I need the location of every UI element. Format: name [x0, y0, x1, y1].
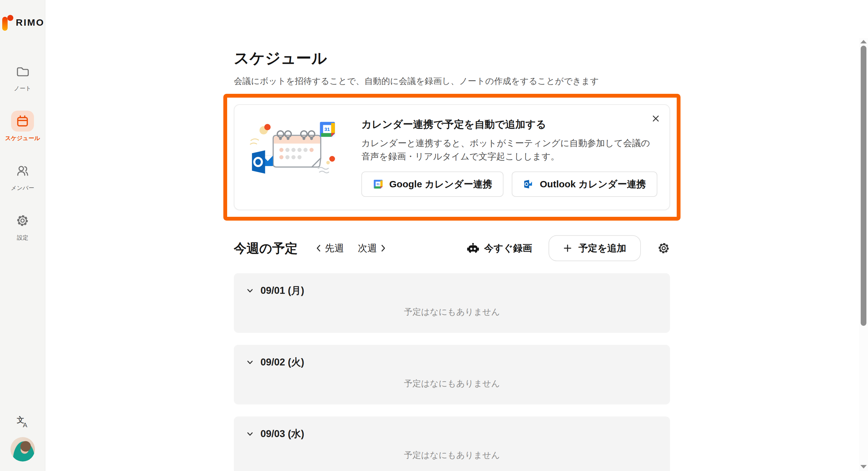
- sidebar-item-notes[interactable]: ノート: [0, 61, 45, 92]
- sidebar-item-members[interactable]: メンバー: [0, 160, 45, 192]
- sidebar: RIMO ノート スケジュール: [0, 0, 45, 471]
- sidebar-item-schedule[interactable]: スケジュール: [0, 111, 45, 142]
- rimo-logo-icon: [1, 13, 13, 32]
- sidebar-item-label: ノート: [14, 85, 31, 92]
- chevron-down-icon: [246, 287, 254, 295]
- page-title: スケジュール: [234, 48, 670, 68]
- google-calendar-icon: [373, 179, 383, 190]
- banner-texts: カレンダー連携で予定を自動で追加する カレンダーと連携すると、ボットがミーティン…: [361, 116, 658, 197]
- vertical-scrollbar[interactable]: [859, 38, 868, 471]
- sidebar-bottom: 文 A: [10, 415, 35, 462]
- members-icon: [11, 160, 34, 181]
- record-now-button[interactable]: 今すぐ録画: [467, 242, 532, 255]
- calendar-icon: [11, 111, 34, 132]
- chevron-left-icon: [315, 244, 322, 253]
- day-date: 09/01 (月): [260, 284, 304, 297]
- day-header[interactable]: 09/03 (水): [246, 427, 658, 441]
- outlook-calendar-connect-button[interactable]: Outlook カレンダー連携: [512, 171, 657, 197]
- sidebar-item-label: スケジュール: [5, 134, 40, 142]
- day-section-0902: 09/02 (火) 予定はなにもありません: [234, 345, 670, 404]
- day-section-0903: 09/03 (水) 予定はなにもありません: [234, 416, 670, 471]
- banner-close-button[interactable]: [650, 113, 661, 124]
- day-header[interactable]: 09/01 (月): [246, 284, 658, 297]
- week-header-row: 今週の予定 先週 次週: [234, 235, 670, 261]
- plus-icon: [563, 244, 572, 253]
- empty-message: 予定はなにもありません: [246, 378, 658, 389]
- banner-buttons: Google カレンダー連携 Outlook カレンダー連携: [361, 171, 658, 197]
- schedule-page: スケジュール 会議にボットを招待することで、自動的に会議を録画し、ノートの作成を…: [234, 0, 670, 471]
- day-header[interactable]: 09/02 (火): [246, 356, 658, 369]
- calendar-illustration: [244, 116, 352, 184]
- onboarding-highlight-frame: カレンダー連携で予定を自動で追加する カレンダーと連携すると、ボットがミーティン…: [223, 94, 681, 221]
- google-calendar-icon: [320, 122, 335, 137]
- sidebar-item-settings[interactable]: 設定: [0, 210, 45, 241]
- main-panel: スケジュール 会議にボットを招待することで、自動的に会議を録画し、ノートの作成を…: [45, 0, 868, 471]
- banner-description: カレンダーと連携すると、ボットがミーティングに自動参加して会議の音声を録画・リア…: [361, 137, 658, 163]
- user-avatar[interactable]: [10, 437, 35, 462]
- page-subtitle: 会議にボットを招待することで、自動的に会議を録画し、ノートの作成をすることができ…: [234, 75, 670, 87]
- add-event-label: 予定を追加: [578, 242, 626, 255]
- previous-week-button[interactable]: 先週: [315, 242, 344, 255]
- week-heading: 今週の予定: [234, 240, 298, 257]
- google-calendar-connect-button[interactable]: Google カレンダー連携: [361, 171, 503, 197]
- empty-message: 予定はなにもありません: [246, 449, 658, 461]
- week-nav: 先週 次週: [315, 242, 386, 255]
- calendar-connect-banner: カレンダー連携で予定を自動で追加する カレンダーと連携すると、ボットがミーティン…: [234, 104, 670, 210]
- rimo-logo[interactable]: RIMO: [1, 13, 44, 32]
- scrollbar-thumb[interactable]: [861, 46, 866, 326]
- week-actions: 今すぐ録画 予定を追加: [467, 235, 670, 261]
- sidebar-item-label: 設定: [17, 234, 28, 241]
- add-event-button[interactable]: 予定を追加: [549, 235, 641, 261]
- sidebar-item-label: メンバー: [11, 184, 34, 192]
- folder-icon: [11, 61, 34, 82]
- robot-icon: [467, 242, 479, 254]
- google-calendar-connect-label: Google カレンダー連携: [389, 178, 492, 191]
- previous-week-label: 先週: [325, 242, 344, 255]
- empty-message: 予定はなにもありません: [246, 306, 658, 317]
- banner-title: カレンダー連携で予定を自動で追加する: [361, 117, 658, 132]
- scroll-down-arrow[interactable]: [860, 465, 867, 468]
- language-icon[interactable]: 文 A: [16, 415, 29, 429]
- outlook-icon: [252, 150, 273, 174]
- outlook-icon: [523, 179, 534, 190]
- gear-icon: [11, 210, 34, 231]
- svg-text:A: A: [23, 421, 27, 429]
- sidebar-nav: ノート スケジュール: [0, 61, 45, 241]
- gear-icon: [657, 242, 670, 255]
- chevron-right-icon: [380, 244, 386, 253]
- day-date: 09/02 (火): [260, 356, 304, 369]
- chevron-down-icon: [246, 358, 254, 366]
- record-now-label: 今すぐ録画: [484, 242, 532, 255]
- chevron-down-icon: [246, 430, 254, 438]
- schedule-settings-button[interactable]: [657, 242, 670, 255]
- next-week-button[interactable]: 次週: [358, 242, 386, 255]
- rimo-app: RIMO ノート スケジュール: [0, 0, 868, 471]
- scroll-up-arrow[interactable]: [860, 40, 867, 43]
- day-date: 09/03 (水): [260, 427, 304, 441]
- outlook-calendar-connect-label: Outlook カレンダー連携: [540, 178, 646, 191]
- rimo-logo-text: RIMO: [16, 17, 44, 28]
- day-section-0901: 09/01 (月) 予定はなにもありません: [234, 273, 670, 333]
- close-icon: [651, 114, 660, 123]
- next-week-label: 次週: [358, 242, 377, 255]
